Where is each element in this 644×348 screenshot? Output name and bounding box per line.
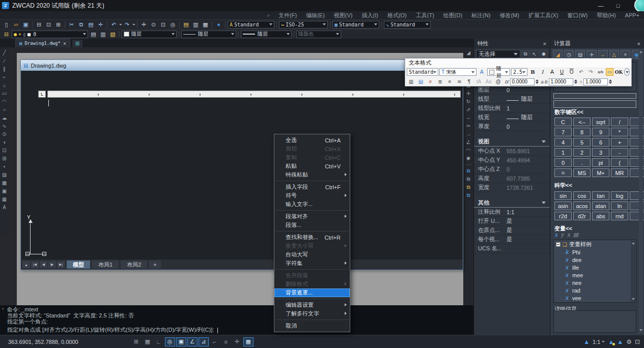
polygon-icon[interactable]: ⌂ xyxy=(1,81,8,89)
tree-scrollbar[interactable] xyxy=(631,241,635,302)
details-box[interactable] xyxy=(553,310,636,333)
numpad-key-.[interactable]: . xyxy=(573,158,591,167)
menu-item-2[interactable]: 视图(V) xyxy=(329,11,357,19)
stepper-up-icon[interactable] xyxy=(609,79,612,81)
numpad-key-=[interactable]: = xyxy=(554,168,572,177)
pan-icon[interactable]: ✛ xyxy=(139,20,149,28)
context-menu-item-0[interactable]: 全选Ctrl+A xyxy=(274,136,350,144)
width-factor-stepper[interactable] xyxy=(609,79,612,84)
copy-icon[interactable]: ⧉ xyxy=(76,20,86,28)
sci-key-abs[interactable]: abs xyxy=(592,212,609,220)
drawing-window-titlebar[interactable]: ▤ Drawing1.dwg xyxy=(21,60,463,71)
numpad-key-MS[interactable]: MS xyxy=(573,168,591,177)
lineweight-combo[interactable]: 随层 xyxy=(241,31,292,38)
stepper-down-icon[interactable] xyxy=(609,82,612,84)
mtext-height-combo[interactable]: 2.5 xyxy=(511,68,527,76)
arc-icon[interactable]: ◠ xyxy=(1,98,8,105)
sci-key-d2r[interactable]: d2r xyxy=(573,212,591,220)
numpad-key-pi[interactable]: pi xyxy=(592,158,609,167)
sci-key-atan[interactable]: atan xyxy=(592,201,609,210)
minimize-button[interactable]: — xyxy=(592,0,609,11)
numpad-key-9[interactable]: 9 xyxy=(592,128,609,136)
underline-button[interactable]: U xyxy=(557,68,566,76)
layout-tab-布局1[interactable]: 布局1 xyxy=(92,260,119,269)
selection-combo[interactable]: 无选择 xyxy=(476,50,520,58)
numpad-key-*[interactable]: * xyxy=(611,128,628,136)
context-menu-item-6[interactable]: 插入字段Ctrl+F xyxy=(274,183,350,191)
quick-select-icon[interactable]: ⧉ xyxy=(521,50,529,58)
grid-toggle[interactable]: ▦ xyxy=(143,337,153,346)
return-value-icon[interactable]: ▤ xyxy=(573,231,578,238)
search-icon[interactable]: ⌕ xyxy=(267,12,270,18)
layer-combo[interactable]: ●☀▯■ 0 xyxy=(12,31,88,38)
tree-item-nee[interactable]: xnee xyxy=(554,279,636,286)
layout-tab-布局2[interactable]: 布局2 xyxy=(121,260,147,269)
move-icon[interactable]: ✛ xyxy=(465,90,472,97)
property-value[interactable]: 0 xyxy=(507,124,550,130)
text-format-title[interactable]: 文本格式 xyxy=(405,59,631,67)
ellipse-arc-icon[interactable]: ◖ xyxy=(1,138,8,146)
mleader-style-combo[interactable]: ↘ Standard xyxy=(384,21,431,28)
menu-item-9[interactable]: 扩展工具(X) xyxy=(524,11,563,19)
width-factor-spinner[interactable]: ○1.0000 xyxy=(580,78,612,85)
justify-icon[interactable]: ≋ xyxy=(455,78,464,85)
context-menu-item-16[interactable]: 字符集 xyxy=(274,259,350,268)
hatch-icon[interactable]: ▨ xyxy=(1,171,8,179)
dynamic-input-toggle[interactable]: ⌐ xyxy=(210,337,220,346)
command-close-icon[interactable]: × xyxy=(2,306,4,311)
numpad-key-M+[interactable]: M+ xyxy=(592,168,609,177)
line-icon[interactable]: ╱ xyxy=(1,49,8,56)
numpad-key-([interactable]: ( xyxy=(611,158,628,167)
property-value[interactable]: 555.8901 xyxy=(507,148,550,154)
bold-button[interactable]: B xyxy=(528,68,537,76)
menu-item-11[interactable]: 帮助(H) xyxy=(592,11,620,19)
mtext-icon[interactable]: A xyxy=(1,204,8,211)
menu-item-10[interactable]: 窗口(W) xyxy=(563,11,593,19)
region-icon[interactable]: ▣ xyxy=(1,187,8,195)
draworder-front-icon[interactable]: ⧉ xyxy=(465,167,472,175)
color-combo[interactable]: 随层 xyxy=(122,31,177,38)
edit-variable-icon[interactable]: y xyxy=(561,231,564,238)
undo-icon[interactable]: ↶ xyxy=(109,20,119,28)
rectangle-icon[interactable]: ▭ xyxy=(1,90,8,97)
toggle-pickadd-icon[interactable]: ✱ xyxy=(540,50,548,58)
section-header-其他[interactable]: 其他 xyxy=(474,198,550,208)
tracking-stepper[interactable] xyxy=(574,79,577,84)
numpad-key--[interactable]: - xyxy=(611,148,628,157)
snap-toggle[interactable]: ⊞ xyxy=(131,337,142,346)
context-menu-item-8[interactable]: 输入文字... xyxy=(274,200,350,209)
strikethrough-button[interactable]: A xyxy=(548,68,556,76)
linetype-combo[interactable]: 随层 xyxy=(181,31,236,38)
numpad-key-4[interactable]: 4 xyxy=(554,138,572,147)
align-center-icon[interactable]: ≣ xyxy=(436,78,444,85)
zoom-window-icon[interactable]: ⊡ xyxy=(158,20,168,28)
numpad-key-C[interactable]: C xyxy=(554,118,572,126)
sci-key-ln[interactable]: ln xyxy=(611,201,628,210)
document-tab-drawing1[interactable]: ▤ Drawing1.dwg* × xyxy=(15,39,70,47)
oblique-angle-value[interactable]: 0.0000 xyxy=(510,78,535,85)
save-icon[interactable]: ▣ xyxy=(21,20,31,28)
property-value[interactable]: 1:1 xyxy=(507,209,550,215)
plot-icon[interactable]: ⊟ xyxy=(34,20,44,28)
ellipse-icon[interactable]: ⊙ xyxy=(1,130,8,138)
sci-key-rnd[interactable]: rnd xyxy=(611,212,628,220)
context-menu-item-4[interactable]: 特殊粘贴 xyxy=(274,170,350,179)
menu-item-1[interactable]: 编辑(E) xyxy=(301,11,329,19)
property-value[interactable]: 1728.7261 xyxy=(507,185,550,191)
variables-tree[interactable]: ❑变量样例kPhixdeexillexmeexneexradxveexvee1 xyxy=(553,240,636,303)
tree-root[interactable]: ❑变量样例 xyxy=(554,240,636,248)
numpad-section-label[interactable]: 数字键区<< xyxy=(554,108,583,116)
numpad-key-sqrt[interactable]: sqrt xyxy=(592,118,609,126)
overline-button[interactable]: O xyxy=(567,68,576,76)
ok-button[interactable]: OK xyxy=(614,68,623,76)
sci-key-r2d[interactable]: r2d xyxy=(554,212,572,220)
calculator-input-box[interactable] xyxy=(553,100,636,108)
scientific-section-label[interactable]: 科学<< xyxy=(554,182,572,189)
layer-states-icon[interactable]: ▥ xyxy=(191,20,201,28)
context-menu-item-22[interactable]: 编辑器设置 xyxy=(274,301,350,309)
draworder-back-icon[interactable]: ⧉ xyxy=(465,175,472,183)
layer-lock-icon[interactable]: ⊟ xyxy=(2,30,11,38)
table-icon[interactable]: ▦ xyxy=(1,195,8,203)
context-menu-item-25[interactable]: 取消 xyxy=(274,322,350,330)
drawing-canvas[interactable]: L Y xyxy=(21,71,462,259)
